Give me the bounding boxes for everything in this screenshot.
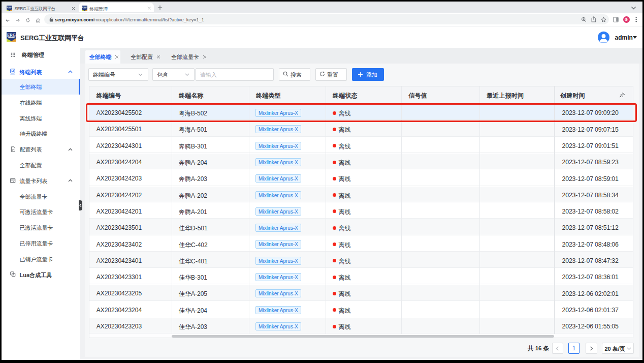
svg-text:ERG: ERG <box>7 6 12 9</box>
svg-text:ERG: ERG <box>82 6 87 9</box>
svg-text:ERG: ERG <box>7 33 16 38</box>
